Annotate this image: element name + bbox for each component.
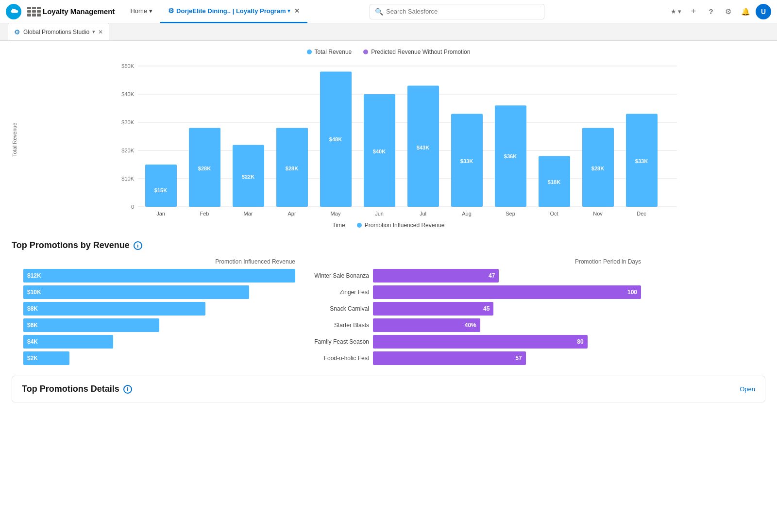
- svg-text:$43K: $43K: [417, 145, 429, 150]
- svg-text:$28K: $28K: [591, 166, 604, 171]
- favorites-button[interactable]: ★ ▾: [668, 4, 684, 19]
- svg-text:Aug: Aug: [462, 211, 472, 216]
- left-bar-fill-6: $2K: [23, 351, 69, 365]
- left-bar-container-4: $6K: [23, 318, 295, 332]
- promo-influenced-label: Promotion Influenced Revenue: [365, 222, 445, 229]
- left-chart-title: Promotion Influenced Revenue: [23, 258, 295, 265]
- svg-text:Feb: Feb: [200, 211, 209, 216]
- legend-predicted-revenue: Predicted Revenue Without Promotion: [363, 49, 470, 55]
- search-input[interactable]: [386, 8, 539, 15]
- svg-text:$15K: $15K: [154, 187, 167, 193]
- top-promotions-details-section: Top Promotions Details i Open: [12, 376, 765, 402]
- sec-tab-gear-icon: ⚙: [14, 28, 20, 36]
- left-bar-fill-1: $12K: [23, 269, 295, 283]
- svg-text:Apr: Apr: [287, 211, 296, 216]
- left-bar-1: $12K: [23, 269, 295, 283]
- svg-text:$20K: $20K: [121, 148, 134, 153]
- tab-dropdown-icon: ▾: [287, 8, 290, 14]
- app-name: Loyalty Management: [43, 7, 115, 16]
- details-title: Top Promotions Details: [22, 384, 119, 394]
- search-icon: 🔍: [375, 8, 383, 16]
- home-dropdown-icon: ▾: [149, 7, 152, 15]
- left-bar-5: $4K: [23, 335, 295, 349]
- left-bar-container-3: $8K: [23, 302, 295, 316]
- time-label: Time: [332, 222, 345, 229]
- left-bar-container-1: $12K: [23, 269, 295, 283]
- svg-text:Nov: Nov: [593, 211, 603, 216]
- right-bar-label-1: Winter Sale Bonanza: [311, 272, 369, 279]
- right-chart-title: Promotion Period in Days: [311, 258, 641, 265]
- right-bar-fill-4: 40%: [373, 318, 480, 332]
- svg-text:Mar: Mar: [244, 211, 253, 216]
- nav-tab-loyalty[interactable]: ⚙ DorjeElite Dining.. | Loyalty Program …: [160, 0, 307, 23]
- svg-text:Oct: Oct: [550, 211, 558, 216]
- svg-text:Jul: Jul: [420, 211, 426, 216]
- left-bar-3: $8K: [23, 302, 295, 316]
- right-bar-fill-1: 47: [373, 269, 499, 283]
- right-bar-container-3: 45: [373, 302, 641, 316]
- svg-text:$40K: $40K: [373, 149, 386, 154]
- nav-tab-home[interactable]: Home ▾: [122, 0, 160, 23]
- top-promotions-title: Top Promotions by Revenue: [12, 240, 130, 250]
- legend-total-revenue-label: Total Revenue: [315, 49, 352, 55]
- svg-text:$33K: $33K: [460, 158, 473, 164]
- sec-tab-label: Global Promotions Studio: [23, 29, 89, 35]
- left-promo-chart: Promotion Influenced Revenue $12K $10K $…: [23, 258, 295, 368]
- svg-text:May: May: [331, 211, 341, 216]
- left-bar-fill-5: $4K: [23, 335, 113, 349]
- right-bar-label-4: Starter Blasts: [311, 322, 369, 329]
- main-content: Total Revenue Predicted Revenue Without …: [0, 41, 777, 532]
- svg-text:Sep: Sep: [506, 211, 515, 216]
- legend-predicted-revenue-label: Predicted Revenue Without Promotion: [371, 49, 470, 55]
- help-button[interactable]: ?: [703, 4, 719, 19]
- svg-text:Dec: Dec: [637, 211, 646, 216]
- svg-text:$30K: $30K: [121, 119, 134, 125]
- right-bar-2: Zinger Fest 100: [311, 285, 641, 299]
- right-bar-label-6: Food-o-holic Fest: [311, 355, 369, 362]
- promo-influenced-dot: [357, 223, 362, 228]
- left-bar-container-5: $4K: [23, 335, 295, 349]
- chart-area: $50K $40K $30K $20K $10K 0 $15K Jan $28K…: [25, 61, 765, 218]
- top-promotions-info-icon[interactable]: i: [134, 241, 142, 250]
- sec-tab-close-icon[interactable]: ✕: [98, 29, 103, 35]
- details-header: Top Promotions Details i: [22, 384, 132, 394]
- right-bar-4: Starter Blasts 40%: [311, 318, 641, 332]
- notifications-button[interactable]: 🔔: [738, 4, 754, 19]
- legend-promo-influenced: Promotion Influenced Revenue: [357, 222, 445, 229]
- search-bar[interactable]: 🔍: [370, 4, 544, 19]
- chart-legend: Total Revenue Predicted Revenue Without …: [12, 49, 765, 55]
- svg-text:$50K: $50K: [121, 63, 134, 69]
- salesforce-logo[interactable]: [6, 4, 21, 19]
- right-bar-label-5: Family Feast Season: [311, 338, 369, 345]
- promotions-charts: Promotion Influenced Revenue $12K $10K $…: [23, 258, 765, 368]
- svg-text:$10K: $10K: [121, 176, 134, 182]
- svg-text:0: 0: [131, 204, 134, 210]
- right-bar-fill-6: 57: [373, 351, 526, 365]
- details-info-icon[interactable]: i: [123, 385, 132, 394]
- open-link[interactable]: Open: [740, 385, 755, 393]
- right-bar-container-1: 47: [373, 269, 641, 283]
- left-bar-container-6: $2K: [23, 351, 295, 365]
- app-launcher[interactable]: [25, 5, 39, 18]
- left-bar-container-2: $10K: [23, 285, 295, 299]
- left-bar-fill-2: $10K: [23, 285, 249, 299]
- svg-text:Jan: Jan: [156, 211, 165, 216]
- right-bar-5: Family Feast Season 80: [311, 335, 641, 349]
- add-button[interactable]: +: [686, 4, 701, 19]
- left-bar-fill-3: $8K: [23, 302, 205, 316]
- user-avatar[interactable]: U: [756, 4, 771, 19]
- svg-text:Jun: Jun: [375, 211, 384, 216]
- right-bar-container-2: 100: [373, 285, 641, 299]
- nav-icons: ★ ▾ + ? ⚙ 🔔 U: [668, 4, 771, 19]
- left-bar-4: $6K: [23, 318, 295, 332]
- tab-close-icon[interactable]: ✕: [294, 7, 300, 15]
- sec-tab-promotions[interactable]: ⚙ Global Promotions Studio ▾ ✕: [8, 23, 109, 40]
- chart-wrapper: Total Revenue $50K $40K $30K $20K $10K 0: [12, 61, 765, 218]
- y-axis-label: Total Revenue: [12, 61, 21, 218]
- revenue-chart-section: Total Revenue Predicted Revenue Without …: [12, 49, 765, 229]
- right-bar-fill-5: 80: [373, 335, 588, 349]
- right-bar-label-3: Snack Carnival: [311, 305, 369, 312]
- settings-button[interactable]: ⚙: [721, 4, 736, 19]
- left-bar-6: $2K: [23, 351, 295, 365]
- right-bar-6: Food-o-holic Fest 57: [311, 351, 641, 365]
